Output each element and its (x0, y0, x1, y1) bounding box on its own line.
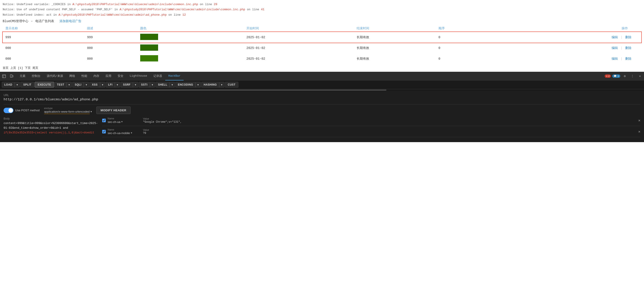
header-1-checkbox[interactable] (102, 119, 106, 122)
col-header-actions: 操作 (489, 25, 641, 32)
shell-arrow[interactable]: ▼ (170, 82, 175, 87)
tab-hackbar-label: HackBar (168, 74, 181, 77)
tab-recorder[interactable]: 记录器 (150, 72, 165, 80)
split-button[interactable]: SPLIT (20, 82, 34, 88)
header-2-close-icon[interactable]: ✕ (638, 129, 640, 134)
lfi-button[interactable]: LFI (106, 82, 115, 87)
hackbar-toolbar: LOAD ▼ SPLIT EXECUTE TEST ▼ SQLI ▼ XSS ▼… (0, 80, 644, 89)
body-value[interactable]: content=999&title=999&color=%23006600&st… (4, 121, 98, 135)
tab-application[interactable]: 应用 (102, 72, 114, 80)
shell-button-group[interactable]: SHELL ▼ (156, 82, 175, 88)
cell-start: 2025-01-02 (244, 32, 354, 43)
settings-icon[interactable]: ⚙ (622, 73, 628, 79)
header-1-name-wrap: sec-ch-ua ▼ (108, 120, 141, 124)
header-2-checkbox[interactable] (102, 130, 106, 133)
cell-end: 长期有效 (354, 32, 436, 43)
header-value-label: Value (143, 128, 636, 131)
inspect-element-icon[interactable] (1, 73, 7, 79)
test-arrow[interactable]: ▼ (66, 82, 72, 87)
ssrf-button[interactable]: SSRF (121, 82, 133, 87)
table-row: 000 000 2025-01-02 长期有效 0 编辑 | 删除 (3, 43, 641, 53)
tab-lighthouse[interactable]: Lighthouse (126, 72, 150, 80)
enctype-select[interactable]: application/x-www-form-urlencoded ▼ (44, 110, 92, 114)
xss-button-group[interactable]: XSS ▼ (90, 82, 105, 88)
color-swatch (140, 34, 158, 40)
shell-button[interactable]: SHELL (156, 82, 170, 87)
body-normal-text: content=999&title=999&color=%23006600&st… (4, 122, 98, 125)
notice-type: Notice (3, 13, 13, 16)
warn-icon: 💬 (614, 75, 617, 77)
edit-link[interactable]: 编辑 (612, 57, 618, 60)
header-2-name-wrap: sec-ch-ua-mobile ▼ (108, 131, 141, 135)
toggle-thumb (8, 108, 13, 113)
sqli-arrow[interactable]: ▼ (84, 82, 89, 87)
execute-button[interactable]: EXECUTE (35, 82, 54, 88)
body-headers-row: Body content=999&title=999&color=%230066… (4, 117, 640, 139)
tab-security[interactable]: 安全 (114, 72, 126, 80)
ssti-button[interactable]: SSTI (139, 82, 150, 87)
tab-source[interactable]: 源代码/来源 (44, 72, 66, 80)
hashing-button[interactable]: HASHING (202, 82, 219, 87)
ssrf-arrow[interactable]: ▼ (133, 82, 138, 87)
load-button[interactable]: LOAD (2, 82, 14, 87)
toggle-track[interactable] (4, 108, 14, 113)
hackbar-content: URL http://127.0.0.1/cms/bluecms/admin/a… (0, 91, 644, 142)
table-row: 000 000 2025-01-02 长期有效 0 编辑 | 删除 (3, 53, 641, 64)
encoding-button[interactable]: ENCODING (176, 82, 196, 87)
header-name-label: Name (108, 128, 141, 131)
lfi-arrow[interactable]: ▼ (115, 82, 120, 87)
svg-rect-3 (10, 75, 12, 77)
modify-header-button[interactable]: MODIFY HEADER (96, 107, 130, 114)
encoding-button-group[interactable]: ENCODING ▼ (175, 82, 201, 88)
enctype-value: application/x-www-form-urlencoded (44, 110, 90, 114)
delete-link[interactable]: 删除 (625, 57, 632, 60)
tab-elements[interactable]: 元素 (16, 72, 28, 80)
scrollbar-track[interactable] (0, 90, 386, 90)
warn-badge: 💬 1 (612, 74, 620, 78)
cust-button[interactable]: CUST (225, 82, 238, 88)
delete-link[interactable]: 删除 (625, 35, 632, 39)
error-icon: ✕ (606, 75, 608, 77)
delete-link[interactable]: 删除 (625, 46, 632, 50)
tab-network[interactable]: 网络 (66, 72, 78, 80)
sqli-button[interactable]: SQLI (72, 82, 84, 87)
edit-link[interactable]: 编辑 (612, 35, 618, 39)
header-2-dropdown-icon[interactable]: ▼ (131, 132, 132, 134)
test-button[interactable]: TEST (55, 82, 67, 87)
hashing-button-group[interactable]: HASHING ▼ (201, 82, 224, 88)
lfi-button-group[interactable]: LFI ▼ (106, 82, 120, 88)
more-options-icon[interactable]: ⋮ (629, 73, 636, 79)
post-toggle[interactable]: Use POST method (4, 108, 40, 113)
load-arrow[interactable]: ▼ (14, 82, 20, 87)
add-phone-ad-link[interactable]: 添加新电话广告 (60, 19, 82, 23)
cell-end: 长期有效 (354, 53, 436, 64)
load-button-group[interactable]: LOAD ▼ (2, 82, 20, 88)
ssti-button-group[interactable]: SSTI ▼ (139, 82, 155, 88)
tab-performance[interactable]: 性能 (78, 72, 90, 80)
edit-link[interactable]: 编辑 (612, 46, 618, 50)
close-devtools-icon[interactable]: ✕ (637, 73, 643, 79)
encoding-arrow[interactable]: ▼ (196, 82, 200, 87)
xss-button[interactable]: XSS (90, 82, 100, 87)
header-1-dropdown-icon[interactable]: ▼ (121, 121, 122, 123)
xss-arrow[interactable]: ▼ (100, 82, 105, 87)
tab-console[interactable]: 控制台 (28, 72, 44, 80)
tab-hackbar[interactable]: HackBar (165, 72, 184, 80)
post-toggle-label: Use POST method (15, 109, 40, 112)
table-header-row: 显示名称 描述 颜色 开始时间 结束时间 顺序 操作 (3, 25, 641, 32)
cell-desc: 000 (84, 53, 138, 64)
ssrf-button-group[interactable]: SSRF ▼ (120, 82, 138, 88)
tab-memory[interactable]: 内存 (90, 72, 102, 80)
test-button-group[interactable]: TEST ▼ (54, 82, 72, 88)
url-value[interactable]: http://127.0.0.1/cms/bluecms/admin/ad_ph… (4, 98, 640, 101)
enctype-dropdown-icon[interactable]: ▼ (90, 111, 92, 113)
tab-source-label: 源代码/来源 (47, 74, 63, 78)
devtools-panel: 元素 控制台 源代码/来源 网络 性能 内存 应用 安全 Lighthouse … (0, 72, 644, 142)
ssti-arrow[interactable]: ▼ (150, 82, 155, 87)
sqli-button-group[interactable]: SQLI ▼ (72, 82, 89, 88)
header-1-name-col: Name sec-ch-ua ▼ (108, 117, 141, 124)
enctype-section: enctype application/x-www-form-urlencode… (44, 107, 92, 114)
device-toolbar-icon[interactable] (8, 73, 15, 79)
header-1-close-icon[interactable]: ✕ (638, 118, 640, 123)
hashing-arrow[interactable]: ▼ (219, 82, 224, 87)
